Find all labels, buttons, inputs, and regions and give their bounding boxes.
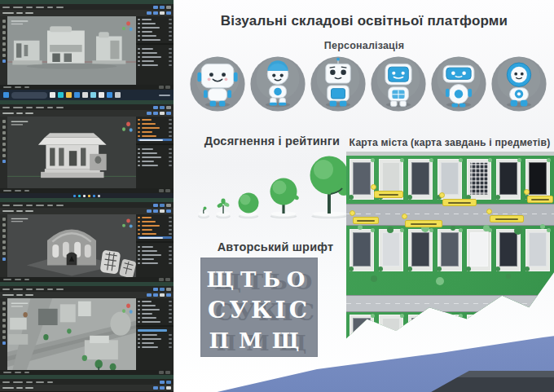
author-font-artwork: ЩТЬОЩТЬОСУКІССУКІСПМЩПМЩ: [200, 258, 318, 357]
toolbar-button-icon: [165, 189, 170, 192]
panel-row: [138, 55, 172, 58]
robot-hooded-icon: [490, 55, 547, 112]
taskbar-app-icon: [88, 195, 90, 197]
map-building: [411, 318, 429, 337]
tool-icon: [2, 48, 6, 51]
panel-row: [138, 253, 172, 256]
tool-icon: [2, 324, 6, 328]
tool-icon: [2, 120, 6, 123]
menu-text-smudge: [3, 190, 11, 192]
panel-row: [138, 164, 172, 166]
menu-text-smudge: [47, 381, 53, 383]
tool-icon: [2, 330, 6, 333]
map-tree: [371, 158, 375, 162]
toolbar-button-icon: [153, 293, 158, 297]
tool-icon: [2, 319, 6, 322]
panel-divider: [136, 241, 174, 243]
blender-screenshot-church-model: [0, 198, 174, 282]
panel-row: [138, 341, 172, 344]
menu-text-smudge: [25, 294, 33, 296]
map-tree: [407, 266, 412, 271]
city-map-section-label: Карта міста (карта завдань і предметів): [345, 137, 554, 148]
menu-text-smudge: [15, 279, 21, 280]
map-tree: [349, 266, 354, 271]
toolbar-button-icon: [160, 112, 165, 115]
map-tree: [436, 277, 444, 285]
city-map-image: [346, 152, 554, 346]
map-tree: [429, 314, 433, 318]
blender-tool-shelf: [0, 214, 7, 277]
map-building: [441, 318, 459, 337]
panel-row: [138, 148, 172, 150]
map-tree: [459, 158, 463, 162]
bottom-row-plot: [379, 229, 403, 271]
map-tree: [400, 158, 404, 162]
tool-icon: [2, 143, 6, 146]
menu-text-smudge: [2, 210, 14, 212]
map-tree: [400, 228, 404, 232]
map-tree: [387, 227, 394, 233]
panel-row: [138, 333, 172, 336]
taskbar-app-icon: [99, 92, 104, 98]
toolbar-button-icon: [147, 293, 152, 297]
taskbar-app-icon: [83, 195, 86, 197]
map-tree: [437, 266, 442, 271]
windows-taskbar: [0, 90, 174, 100]
map-tree: [437, 337, 442, 342]
toolbar-button-icon: [160, 6, 165, 9]
map-tag-pin: [439, 192, 445, 198]
font-letter-row: СУКІС: [204, 294, 314, 327]
taskbar-app-icon: [115, 92, 121, 98]
bottom-row-plot: [467, 229, 491, 271]
far-row-plot: [496, 315, 521, 342]
map-sidewalk: [346, 152, 554, 156]
map-tree: [495, 266, 500, 271]
map-building: [529, 318, 547, 337]
menu-text-smudge: [56, 288, 64, 290]
blender-toolbar: [0, 110, 174, 117]
blender-toolbar: [0, 385, 174, 391]
tool-icon: [2, 54, 6, 57]
tool-icon: [2, 252, 6, 255]
toolbar-button-icon: [160, 209, 165, 213]
outliner-selected-row: [138, 139, 172, 141]
far-row-plot: [467, 315, 491, 342]
map-tree: [517, 314, 521, 318]
robot-wide-head-icon: [430, 55, 487, 112]
map-tree: [371, 228, 375, 232]
panel-row: [138, 160, 172, 162]
map-tag-pin: [371, 184, 376, 190]
menu-text-smudge: [2, 205, 10, 206]
system-tray: [159, 95, 170, 96]
menu-text-smudge: [16, 210, 23, 212]
top-row-plot: [467, 159, 491, 200]
map-tree: [349, 195, 354, 200]
map-task-tag: [353, 217, 379, 224]
blender-screenshot-pavilion-model: [0, 100, 174, 193]
tool-icon: [2, 307, 6, 311]
taskbar-app-icon: [58, 92, 64, 98]
panel-row: [138, 130, 172, 133]
presentation-area: Візуальні складові освітньої платформи П…: [174, 0, 554, 392]
menu-text-smudge: [26, 7, 33, 8]
toolbar-button-icon: [160, 288, 165, 291]
menu-text-smudge: [47, 205, 53, 206]
menu-text-smudge: [2, 288, 10, 290]
panel-row: [138, 316, 172, 319]
map-task-tag: [490, 215, 524, 222]
map-building: [411, 162, 429, 195]
menu-text-smudge: [2, 387, 14, 389]
panel-row: [138, 22, 172, 24]
tool-icon: [2, 235, 6, 238]
menu-text-smudge: [36, 7, 44, 8]
panel-row: [138, 126, 172, 129]
toolbar-button-icon: [153, 6, 158, 9]
menu-text-smudge: [56, 7, 64, 8]
map-task-tag: [527, 196, 553, 203]
blender-menubar: [0, 379, 174, 385]
panel-row: [138, 300, 172, 302]
map-tree: [358, 225, 363, 230]
map-building: [353, 318, 371, 337]
panel-row: [138, 337, 172, 340]
menu-text-smudge: [25, 210, 33, 212]
